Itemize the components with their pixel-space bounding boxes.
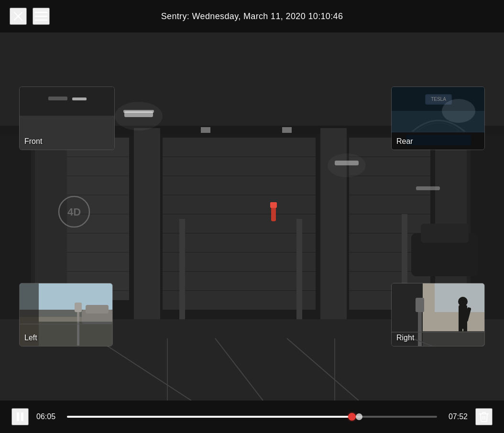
close-button[interactable] (10, 8, 27, 25)
left-camera-label: Left (24, 334, 37, 342)
svg-rect-53 (421, 224, 469, 243)
svg-rect-31 (163, 138, 316, 310)
svg-text:4D: 4D (67, 206, 81, 218)
trash-icon (478, 411, 490, 422)
progress-thumb (348, 413, 356, 421)
menu-button[interactable] (33, 8, 50, 25)
svg-marker-64 (201, 127, 210, 133)
svg-point-80 (442, 99, 475, 123)
pause-button[interactable] (11, 408, 29, 425)
svg-rect-59 (416, 186, 440, 190)
progress-bar[interactable] (67, 416, 437, 418)
right-camera-label: Right (396, 334, 414, 342)
current-time: 06:05 (36, 412, 59, 421)
svg-text:TESLA: TESLA (431, 97, 446, 102)
svg-point-58 (328, 153, 366, 177)
svg-marker-65 (282, 127, 292, 133)
svg-rect-108 (17, 412, 19, 421)
pause-icon (14, 411, 26, 422)
progress-fill (67, 416, 352, 418)
rear-camera-thumb[interactable]: TESLA Rear (391, 87, 485, 150)
svg-rect-109 (21, 412, 23, 421)
menu-icon (33, 9, 49, 24)
video-area: 4D (0, 32, 504, 401)
front-camera-thumb[interactable]: Front (19, 87, 115, 150)
controls-bar: 06:05 07:52 (0, 401, 504, 433)
svg-rect-20 (67, 138, 129, 300)
svg-rect-92 (39, 283, 113, 322)
front-camera-label: Front (24, 137, 42, 146)
delete-button[interactable] (475, 408, 493, 425)
svg-point-56 (115, 102, 163, 130)
svg-rect-105 (416, 298, 424, 312)
svg-rect-67 (20, 87, 115, 116)
rear-camera-label: Rear (396, 137, 413, 146)
svg-rect-41 (296, 219, 302, 319)
total-time: 07:52 (445, 412, 468, 421)
video-title: Sentry: Wednesday, March 11, 2020 10:10:… (161, 11, 343, 22)
svg-rect-61 (270, 202, 277, 208)
svg-rect-40 (179, 219, 185, 319)
svg-rect-78 (406, 135, 471, 145)
svg-rect-60 (271, 207, 276, 221)
close-icon (12, 11, 24, 22)
svg-rect-69 (48, 97, 67, 100)
svg-rect-71 (72, 97, 87, 100)
progress-thumb-secondary (356, 413, 362, 420)
right-camera-thumb[interactable]: Right (391, 283, 485, 346)
svg-point-98 (458, 297, 468, 306)
top-bar: Sentry: Wednesday, March 11, 2020 10:10:… (0, 0, 504, 32)
left-camera-thumb[interactable]: Left (19, 283, 113, 346)
